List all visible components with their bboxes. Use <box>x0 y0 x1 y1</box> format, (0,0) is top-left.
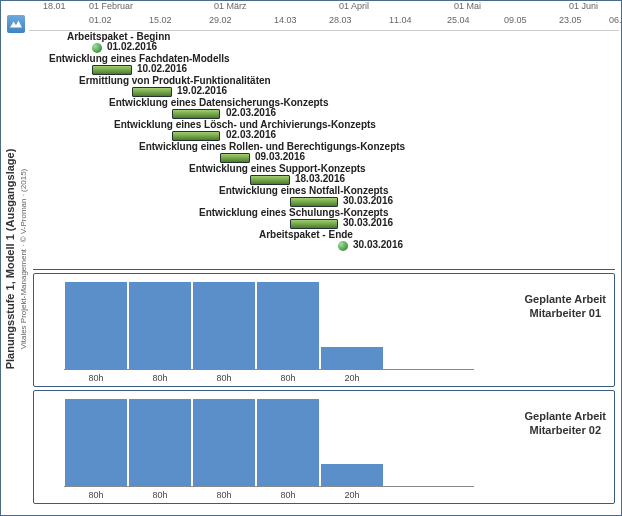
task-bar <box>290 219 338 229</box>
timeline-day-tick: 14.03 <box>274 15 297 25</box>
task-bar <box>250 175 290 185</box>
timeline-day-tick: 01.02 <box>89 15 112 25</box>
panel-title-l2: Mitarbeiter 01 <box>525 306 607 320</box>
chart-bar <box>128 399 192 486</box>
task-date: 19.02.2016 <box>177 85 227 96</box>
task-row: Entwicklung eines Support-Konzepts18.03.… <box>29 163 619 185</box>
chart-bar <box>64 399 128 486</box>
task-label: Arbeitspaket - Ende <box>259 229 353 240</box>
chart-bar <box>64 282 128 369</box>
chart-bar-label: 80h <box>152 490 167 500</box>
task-row: Entwicklung eines Lösch- und Archivierun… <box>29 119 619 141</box>
chart-bar <box>320 464 384 486</box>
bar-chart-01: 80h80h80h80h20h <box>64 282 474 370</box>
task-date: 02.03.2016 <box>226 107 276 118</box>
task-date: 01.02.2016 <box>107 41 157 52</box>
panel-mitarbeiter-02: Geplante Arbeit Mitarbeiter 02 80h80h80h… <box>33 390 615 504</box>
chart-bar-label: 80h <box>152 373 167 383</box>
timeline-day-tick: 28.03 <box>329 15 352 25</box>
timeline-day-tick: 29.02 <box>209 15 232 25</box>
task-bar <box>290 197 338 207</box>
milestone-icon <box>338 241 348 251</box>
timeline-month-tick: 01 April <box>339 1 369 11</box>
title-sub: Vitales Projekt-Management · © V-Proman … <box>19 169 28 350</box>
task-row: Ermittlung von Produkt-Funktionalitäten1… <box>29 75 619 97</box>
timeline-day-tick: 15.02 <box>149 15 172 25</box>
title-main: Planungsstufe 1, Modell 1 (Ausgangslage) <box>4 149 16 370</box>
chart-bar-label: 80h <box>280 373 295 383</box>
app-frame: Planungsstufe 1, Modell 1 (Ausgangslage)… <box>0 0 622 516</box>
panel-title-l1: Geplante Arbeit <box>525 409 607 423</box>
task-row: Entwicklung eines Fachdaten-Modells10.02… <box>29 53 619 75</box>
task-bar <box>172 131 220 141</box>
timeline-day-tick: 25.04 <box>447 15 470 25</box>
chart-bar-label: 20h <box>344 373 359 383</box>
task-row: Arbeitspaket - Ende30.03.2016 <box>29 229 619 251</box>
task-row: Entwicklung eines Rollen- und Berechtigu… <box>29 141 619 163</box>
chart-bar-label: 20h <box>344 490 359 500</box>
chart-bar <box>256 399 320 486</box>
task-bar <box>92 65 132 75</box>
chart-bar-label: 80h <box>88 373 103 383</box>
timeline-day-tick: 11.04 <box>389 15 412 25</box>
task-bar <box>132 87 172 97</box>
task-date: 30.03.2016 <box>343 195 393 206</box>
timeline-day-tick: 23.05 <box>559 15 582 25</box>
task-date: 09.03.2016 <box>255 151 305 162</box>
timeline-month-tick: 01 März <box>214 1 247 11</box>
task-row: Entwicklung eines Schulungs-Konzepts30.0… <box>29 207 619 229</box>
divider <box>33 269 615 270</box>
panel-title-l2: Mitarbeiter 02 <box>525 423 607 437</box>
task-bar <box>220 153 250 163</box>
task-date: 30.03.2016 <box>353 239 403 250</box>
timeline-day-tick: 09.05 <box>504 15 527 25</box>
task-date: 30.03.2016 <box>343 217 393 228</box>
chart-bar <box>192 282 256 369</box>
sidebar-title: Planungsstufe 1, Modell 1 (Ausgangslage)… <box>3 1 29 516</box>
task-label: Entwicklung eines Datensicherungs-Konzep… <box>109 97 328 108</box>
task-date: 02.03.2016 <box>226 129 276 140</box>
chart-bar <box>128 282 192 369</box>
chart-bar <box>256 282 320 369</box>
task-row: Entwicklung eines Notfall-Konzepts30.03.… <box>29 185 619 207</box>
timeline-header: 18.0101 Februar01 März01 April01 Mai01 J… <box>29 1 619 31</box>
task-row: Entwicklung eines Datensicherungs-Konzep… <box>29 97 619 119</box>
task-date: 10.02.2016 <box>137 63 187 74</box>
chart-bar-label: 80h <box>280 490 295 500</box>
task-label: Ermittlung von Produkt-Funktionalitäten <box>79 75 271 86</box>
panel-mitarbeiter-01: Geplante Arbeit Mitarbeiter 01 80h80h80h… <box>33 273 615 387</box>
panel-title-l1: Geplante Arbeit <box>525 292 607 306</box>
chart-bar <box>192 399 256 486</box>
chart-bar <box>320 347 384 369</box>
timeline-month-tick: 01 Juni <box>569 1 598 11</box>
chart-bar-label: 80h <box>216 373 231 383</box>
timeline-day-tick: 06.06 <box>609 15 622 25</box>
timeline-month-tick: 01 Februar <box>89 1 133 11</box>
task-date: 18.03.2016 <box>295 173 345 184</box>
task-row: Arbeitspaket - Beginn01.02.2016 <box>29 31 619 53</box>
timeline-month-tick: 01 Mai <box>454 1 481 11</box>
gantt-chart: Arbeitspaket - Beginn01.02.2016Entwicklu… <box>29 31 619 269</box>
timeline-month-tick: 18.01 <box>43 1 66 11</box>
chart-bar-label: 80h <box>216 490 231 500</box>
milestone-icon <box>92 43 102 53</box>
chart-bar-label: 80h <box>88 490 103 500</box>
bar-chart-02: 80h80h80h80h20h <box>64 399 474 487</box>
task-bar <box>172 109 220 119</box>
